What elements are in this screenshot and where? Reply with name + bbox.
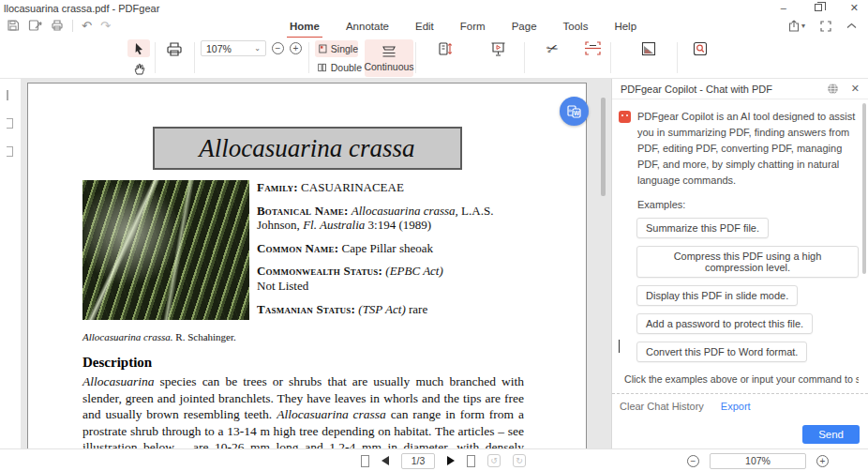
close-icon[interactable]: ✕ (850, 3, 859, 13)
info-row-tasmanian: Tasmanian Status: (TSP Act) rare (257, 302, 524, 317)
example-password-button[interactable]: Add a password to protect this file. (636, 313, 813, 334)
share-icon[interactable]: ▾ (788, 20, 805, 32)
pdf-title-box: Allocasuarina crassa (153, 127, 462, 170)
restore-icon[interactable] (815, 4, 822, 11)
bot-message: PDFgear Copilot is an AI tool designed t… (619, 109, 859, 189)
print-icon[interactable] (51, 19, 64, 32)
background-button[interactable] (634, 39, 664, 57)
convert-to-word-button[interactable]: W (560, 97, 589, 126)
globe-icon[interactable] (827, 83, 839, 95)
collapse-ribbon-icon[interactable] (846, 23, 857, 29)
description-paragraph: Allocasuarina species can be trees or sh… (82, 373, 524, 448)
tab-form[interactable]: Form (457, 19, 488, 38)
tab-help[interactable]: Help (611, 19, 639, 38)
info-row-commonwealth: Commonwealth Status: (EPBC Act) Not List… (257, 264, 524, 293)
minimize-icon[interactable]: – (781, 3, 786, 13)
find-button[interactable] (686, 39, 714, 57)
annotation-panel-icon[interactable] (7, 146, 13, 157)
example-slide-mode-button[interactable]: Display this PDF in slide mode. (636, 285, 798, 306)
tab-home[interactable]: Home (287, 19, 322, 38)
undo-icon[interactable]: ↶ (82, 20, 92, 32)
panel-scrollbar[interactable] (862, 103, 866, 274)
zoom-in-button[interactable]: + (290, 42, 302, 54)
export-pdf-icon[interactable] (28, 19, 42, 32)
slide-show-icon (490, 41, 506, 56)
ribbon-tabs: Home Annotate Edit Form Page Tools Help (287, 19, 639, 38)
zoom-out-button[interactable]: − (272, 42, 284, 54)
select-tool-button[interactable] (127, 39, 150, 57)
svg-text:W: W (574, 110, 580, 116)
previous-view-icon[interactable]: ↺ (487, 454, 501, 467)
pdf-title: Allocasuarina crassa (199, 134, 414, 163)
word-convert-icon: W (566, 103, 582, 119)
print-button[interactable] (157, 40, 192, 57)
hand-icon (133, 62, 145, 75)
ocr-button[interactable] (577, 39, 607, 57)
double-view-button[interactable]: Double (315, 59, 362, 76)
save-icon[interactable] (7, 19, 20, 32)
previous-page-icon[interactable] (382, 456, 389, 465)
copilot-panel-title: PDFgear Copilot - Chat with PDF (621, 84, 827, 95)
continuous-icon (381, 45, 397, 58)
info-row-botanical: Botanical Name: Allocasuarina crassa, L.… (257, 204, 524, 233)
double-page-icon (318, 62, 327, 73)
description-heading: Description (82, 355, 524, 371)
fullscreen-icon[interactable] (820, 21, 831, 32)
bookmark-panel-icon[interactable] (7, 118, 13, 129)
find-icon (693, 41, 708, 56)
hand-tool-button[interactable] (127, 59, 150, 77)
zoom-combobox[interactable]: 107% ⌄ (201, 40, 266, 56)
zoom-in-status-button[interactable]: + (816, 455, 829, 467)
menu-row: ↶ ↷ Home Annotate Edit Form Page Tools H… (0, 17, 868, 38)
titlebar: llocasuarina crassa.pdf - PDFgear – ✕ (0, 0, 868, 17)
tab-page[interactable]: Page (509, 19, 540, 38)
window-title: llocasuarina crassa.pdf - PDFgear (4, 3, 159, 14)
redo-icon[interactable]: ↷ (100, 20, 111, 32)
first-page-icon[interactable] (361, 455, 369, 467)
photo-caption: Allocasuarina crassa. R. Schahinger. (82, 331, 524, 342)
background-icon (641, 41, 656, 56)
last-page-icon[interactable] (467, 455, 475, 467)
pdf-page[interactable]: Allocasuarina crassa Family: CASUARINACE… (27, 83, 587, 448)
tab-edit[interactable]: Edit (412, 19, 437, 38)
close-panel-icon[interactable]: ✕ (851, 83, 860, 95)
copilot-avatar-icon (619, 111, 631, 123)
slide-show-button[interactable] (476, 40, 519, 57)
page-indicator[interactable]: 1/3 (401, 453, 435, 469)
printer-icon (166, 41, 183, 57)
statusbar: 1/3 ↺ ↻ − 107% + (0, 448, 868, 471)
send-button[interactable]: Send (802, 425, 860, 444)
copilot-panel-header: PDFgear Copilot - Chat with PDF ✕ (612, 79, 868, 99)
auto-scroll-button[interactable] (424, 40, 467, 57)
auto-scroll-icon (438, 41, 453, 56)
single-page-icon (319, 43, 327, 54)
tab-tools[interactable]: Tools (561, 19, 591, 38)
side-panel-strip (0, 79, 21, 448)
ocr-icon (585, 41, 601, 55)
thumbnail-panel-icon[interactable] (7, 90, 8, 100)
example-compress-button[interactable]: Compress this PDF using a high compressi… (636, 246, 859, 278)
toolbar: Print 107% ⌄ − + 1:1 ↺ ↻ Single Double C… (0, 38, 868, 79)
info-row-common: Common Name: Cape Pillar sheoak (257, 241, 524, 256)
cursor-arrow-icon (133, 42, 145, 55)
plant-photo (82, 180, 249, 320)
divider (72, 20, 73, 32)
document-scrollbar[interactable] (601, 98, 606, 196)
continuous-view-button[interactable]: Continuous (365, 39, 413, 77)
zoom-out-status-button[interactable]: − (687, 455, 699, 467)
examples-label: Examples: (637, 199, 859, 210)
chat-input[interactable] (616, 336, 864, 420)
single-view-button[interactable]: Single (315, 40, 358, 57)
example-summarize-button[interactable]: Summarize this PDF file. (636, 218, 769, 238)
next-page-icon[interactable] (447, 456, 455, 465)
scissors-icon: ✂ (545, 39, 561, 56)
zoom-level-status[interactable]: 107% (710, 453, 806, 469)
bot-message-text: PDFgear Copilot is an AI tool designed t… (637, 109, 859, 189)
copilot-panel: PDFgear Copilot - Chat with PDF ✕ PDFgea… (611, 79, 868, 448)
next-view-icon[interactable]: ↻ (513, 454, 526, 467)
screenshot-button[interactable]: ✂ (532, 39, 572, 57)
species-info: Family: CASUARINACEAE Botanical Name: Al… (257, 180, 524, 325)
chevron-down-icon: ⌄ (254, 44, 261, 53)
info-row-family: Family: CASUARINACEAE (257, 180, 524, 195)
tab-annotate[interactable]: Annotate (343, 19, 392, 38)
